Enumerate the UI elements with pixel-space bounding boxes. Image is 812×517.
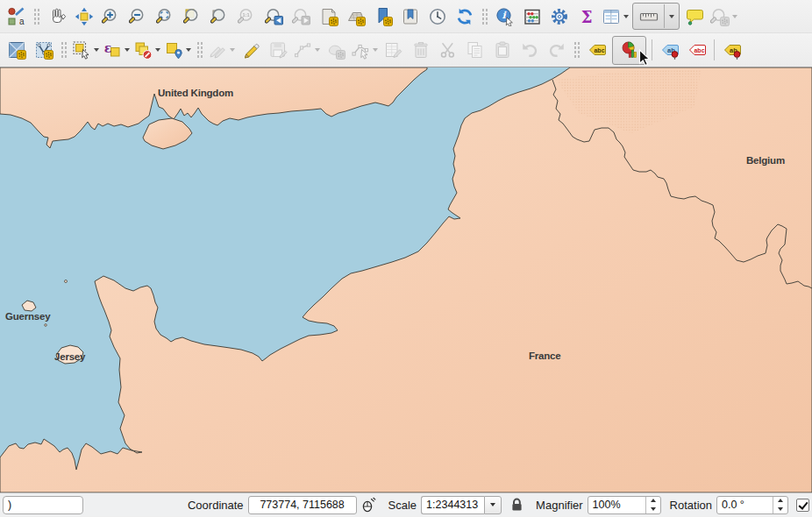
toolbar-separator bbox=[652, 39, 652, 60]
layer-style-shortcuts[interactable]: a bbox=[3, 4, 30, 30]
label-guernsey: Guernsey bbox=[5, 311, 50, 322]
divider bbox=[664, 4, 665, 28]
label-belgium: Belgium bbox=[746, 155, 785, 166]
digitize-segment-dropdown bbox=[315, 48, 320, 52]
label-france: France bbox=[529, 351, 561, 361]
layer-diagram-options[interactable] bbox=[616, 37, 643, 63]
map-navigation-toolbar: a1:1iΣ bbox=[0, 0, 812, 33]
vertex-tool-dropdown bbox=[373, 48, 378, 52]
new-3d-map-view[interactable] bbox=[342, 4, 369, 30]
add-polygon-feature bbox=[322, 37, 349, 63]
zoom-to-selection[interactable] bbox=[179, 4, 206, 30]
label-jersey: Jersey bbox=[54, 351, 85, 362]
open-attribute-table-dropdown[interactable] bbox=[623, 15, 629, 18]
zoom-last[interactable] bbox=[260, 4, 288, 30]
undo bbox=[516, 37, 543, 63]
zoom-native: 1:1 bbox=[233, 4, 260, 30]
pin-unpin-labels[interactable]: ab bbox=[656, 37, 683, 63]
alderney-island bbox=[65, 280, 68, 283]
refresh-map[interactable] bbox=[451, 4, 478, 30]
select-features-dropdown[interactable] bbox=[94, 48, 99, 52]
run-feature-action[interactable] bbox=[545, 4, 573, 30]
select-by-value-dropdown[interactable] bbox=[186, 48, 191, 52]
measure-pressed-group[interactable] bbox=[632, 3, 680, 30]
deselect-features-dropdown[interactable] bbox=[155, 48, 160, 52]
locator-input[interactable] bbox=[3, 496, 83, 514]
pan-to-selection[interactable] bbox=[70, 4, 97, 30]
svg-text:abc: abc bbox=[594, 47, 604, 53]
toolbar-grip bbox=[573, 40, 581, 60]
temporal-controller[interactable] bbox=[424, 4, 451, 30]
svg-text:a: a bbox=[19, 17, 25, 26]
measure-dropdown[interactable] bbox=[669, 15, 674, 18]
measure[interactable] bbox=[635, 4, 662, 30]
map-svg bbox=[0, 67, 812, 492]
coordinate-label: Coordinate bbox=[188, 499, 244, 512]
modify-attributes bbox=[380, 37, 407, 63]
render-checkbox[interactable] bbox=[796, 499, 809, 512]
zoom-next bbox=[288, 4, 315, 30]
run-query bbox=[709, 4, 739, 30]
scale-label: Scale bbox=[388, 499, 417, 512]
svg-text:Σ: Σ bbox=[581, 7, 592, 25]
statistical-summary[interactable]: Σ bbox=[573, 4, 600, 30]
select-by-value[interactable] bbox=[162, 37, 193, 63]
redo bbox=[543, 37, 570, 63]
current-edits bbox=[206, 37, 237, 63]
layer-labeling-options[interactable]: abc bbox=[583, 37, 610, 63]
highlight-pinned-labels[interactable]: abc bbox=[683, 37, 710, 63]
svg-text:abc: abc bbox=[694, 47, 704, 53]
label-united-kingdom: United Kingdom bbox=[158, 88, 233, 98]
run-query-dropdown bbox=[732, 15, 737, 18]
toolbar-grip bbox=[481, 7, 488, 26]
open-attribute-table[interactable] bbox=[600, 4, 630, 30]
rotation-label: Rotation bbox=[670, 499, 712, 512]
toggle-editing[interactable] bbox=[237, 37, 264, 63]
select-by-expression-dropdown[interactable] bbox=[125, 48, 130, 52]
delete-selected bbox=[407, 37, 434, 63]
show-spatial-bookmarks[interactable] bbox=[396, 4, 424, 30]
new-spatial-bookmark[interactable] bbox=[369, 4, 396, 30]
new-virtual-layer[interactable] bbox=[30, 37, 57, 63]
lock-scale-icon[interactable] bbox=[510, 498, 524, 512]
deselect-features[interactable] bbox=[132, 37, 162, 63]
sark-island bbox=[45, 324, 47, 327]
new-map-view[interactable] bbox=[315, 4, 342, 30]
scale-input[interactable] bbox=[421, 496, 484, 514]
magnifier-spinner[interactable] bbox=[645, 497, 660, 513]
map-canvas[interactable]: United Kingdom Belgium France Guernsey J… bbox=[0, 67, 812, 492]
svg-text:ε: ε bbox=[104, 41, 112, 55]
toolbar-grip bbox=[196, 40, 203, 60]
layer-diagram-options-hover-group[interactable] bbox=[612, 36, 646, 65]
new-geopackage-layer[interactable] bbox=[3, 37, 30, 63]
paste-features bbox=[488, 37, 516, 63]
digitizing-label-toolbar: εabcababcab bbox=[0, 33, 812, 67]
mouse-tracking-icon[interactable] bbox=[360, 497, 376, 513]
map-tips[interactable] bbox=[681, 4, 709, 30]
scale-dropdown-button[interactable] bbox=[484, 496, 502, 514]
move-label-diagram[interactable]: ab bbox=[718, 37, 745, 63]
svg-text:1:1: 1:1 bbox=[242, 12, 249, 18]
identify-features[interactable]: i bbox=[491, 4, 518, 30]
zoom-in[interactable] bbox=[97, 4, 125, 30]
qgis-window: a1:1iΣ εabcababcab bbox=[0, 0, 812, 517]
status-bar: Coordinate Scale Magnifier Rotation bbox=[0, 492, 812, 516]
select-features[interactable] bbox=[70, 37, 101, 63]
zoom-to-layer[interactable] bbox=[206, 4, 233, 30]
magnifier-label: Magnifier bbox=[536, 499, 582, 512]
select-by-expression[interactable]: ε bbox=[101, 37, 132, 63]
copy-features bbox=[461, 37, 488, 63]
pan-map[interactable] bbox=[43, 4, 70, 30]
vertex-tool bbox=[349, 37, 380, 63]
toolbar-grip bbox=[60, 40, 68, 60]
digitize-segment bbox=[291, 37, 322, 63]
toolbar-grip bbox=[32, 7, 40, 26]
zoom-out[interactable] bbox=[125, 4, 152, 30]
current-edits-dropdown bbox=[230, 48, 235, 52]
cut-features bbox=[434, 37, 461, 63]
toolbar-separator bbox=[714, 39, 715, 60]
zoom-full[interactable] bbox=[152, 4, 179, 30]
rotation-spinner[interactable] bbox=[773, 497, 787, 513]
open-field-calculator[interactable] bbox=[518, 4, 545, 30]
coordinate-input[interactable] bbox=[248, 496, 357, 514]
